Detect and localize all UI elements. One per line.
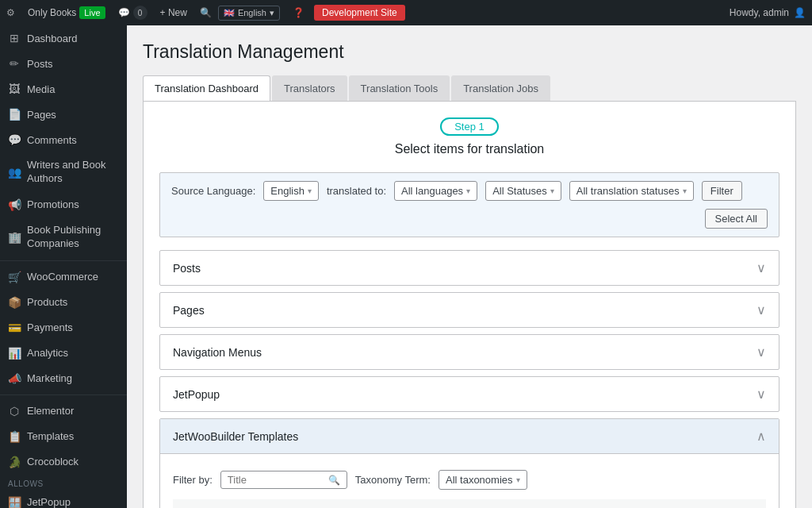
sidebar-item-templates[interactable]: 📋 Templates <box>0 424 127 449</box>
adminbar-help[interactable]: ❓ <box>286 0 311 25</box>
sidebar-item-label: Book Publishing Companies <box>27 224 119 251</box>
accordion-pages-header[interactable]: Pages ∨ <box>160 293 779 327</box>
wp-logo-icon: ⚙ <box>6 7 15 18</box>
sub-filter-bar: Filter by: 🔍 Taxonomy Term: All taxonomi… <box>173 464 766 499</box>
adminbar-devsite-badge: Development Site <box>314 5 405 21</box>
tab-translation-tools[interactable]: Translation Tools <box>349 75 450 101</box>
sidebar-item-writers[interactable]: 👥 Writers and Book Authors <box>0 152 127 192</box>
sidebar-item-promotions[interactable]: 📢 Promotions <box>0 192 127 217</box>
all-taxonomies-value: All taxonomies <box>446 474 513 486</box>
adminbar-new-label: + New <box>160 7 187 18</box>
sidebar-item-label: Elementor <box>27 405 74 417</box>
pages-icon: 📄 <box>8 108 21 121</box>
adminbar-live-badge: Live <box>79 6 105 19</box>
adminbar-comment-count: 0 <box>133 6 147 20</box>
sidebar-item-comments[interactable]: 💬 Comments <box>0 127 127 152</box>
sidebar-item-jetpopup[interactable]: 🪟 JetPopup <box>0 490 127 508</box>
page-title: Translation Management <box>143 41 796 63</box>
sidebar-item-label: Marketing <box>27 372 72 384</box>
sidebar-item-crocoblock[interactable]: 🐊 Crocoblock <box>0 449 127 475</box>
accordion-pages-label: Pages <box>173 304 205 317</box>
translation-statuses-select[interactable]: All translation statuses ▾ <box>569 181 694 201</box>
source-language-label: Source Language: <box>171 185 255 197</box>
col-header-checkbox <box>173 499 199 508</box>
tab-content-area: Step 1 Select items for translation Sour… <box>143 102 796 508</box>
sidebar-item-marketing[interactable]: 📣 Marketing <box>0 366 127 391</box>
translated-to-label: translated to: <box>327 185 386 197</box>
adminbar-comments[interactable]: 💬 0 <box>112 0 154 25</box>
adminbar-language-label: English <box>238 8 266 17</box>
crocoblock-icon: 🐊 <box>8 456 21 468</box>
title-filter-input[interactable] <box>228 474 324 486</box>
accordion-pages: Pages ∨ <box>159 292 779 328</box>
step-badge: Step 1 <box>440 117 499 136</box>
all-languages-value: All languages <box>401 185 463 197</box>
filter-bar: Source Language: English ▾ translated to… <box>159 172 779 237</box>
accordion-jetpopup-header[interactable]: JetPopup ∨ <box>160 377 779 411</box>
title-search-icon: 🔍 <box>328 475 340 486</box>
sidebar-item-analytics[interactable]: 📊 Analytics <box>0 341 127 366</box>
sidebar-item-elementor[interactable]: ⬡ Elementor <box>0 398 127 424</box>
menu-divider-2 <box>0 394 127 395</box>
all-statuses-value: All Statuses <box>492 185 547 197</box>
accordion-nav-menus-header[interactable]: Navigation Menus ∨ <box>160 335 779 369</box>
promotions-icon: 📢 <box>8 198 21 211</box>
adminbar-site-name: Only Books <box>28 7 76 18</box>
filter-by-label: Filter by: <box>173 474 213 486</box>
sidebar-item-payments[interactable]: 💳 Payments <box>0 315 127 341</box>
sidebar: ⊞ Dashboard ✏ Posts 🖼 Media 📄 Pages 💬 Co… <box>0 25 127 508</box>
sidebar-item-label: JetPopup <box>27 496 71 508</box>
tab-translators[interactable]: Translators <box>272 75 347 101</box>
col-header-title[interactable]: Title ⇅ <box>199 499 544 508</box>
step-title: Select items for translation <box>159 142 779 156</box>
accordion-jetwoobuilder-header[interactable]: JetWooBuilder Templates ∧ <box>160 419 779 453</box>
accordion-posts-header[interactable]: Posts ∨ <box>160 251 779 285</box>
all-lang-chevron-icon: ▾ <box>466 187 470 195</box>
sidebar-item-woocommerce[interactable]: 🛒 WooCommerce <box>0 264 127 290</box>
tab-translation-jobs[interactable]: Translation Jobs <box>451 75 550 101</box>
source-language-select[interactable]: English ▾ <box>263 181 319 201</box>
all-statuses-select[interactable]: All Statuses ▾ <box>485 181 561 201</box>
items-table: Title ⇅ 🇫🇷 Date / Status ⇅ <box>173 499 766 508</box>
analytics-icon: 📊 <box>8 347 21 360</box>
sidebar-item-label: Posts <box>27 58 53 70</box>
dashboard-icon: ⊞ <box>8 32 21 44</box>
title-filter-input-wrapper: 🔍 <box>220 471 347 489</box>
select-all-button[interactable]: Select All <box>705 209 768 229</box>
nav-menus-chevron-icon: ∨ <box>756 344 766 360</box>
sidebar-item-products[interactable]: 📦 Products <box>0 290 127 315</box>
accordion-posts-label: Posts <box>173 262 201 275</box>
col-header-words: Word count <box>695 499 766 508</box>
products-icon: 📦 <box>8 296 21 309</box>
accordion-jetwoobuilder-body: Filter by: 🔍 Taxonomy Term: All taxonomi… <box>160 453 779 508</box>
main-content: Translation Management Translation Dashb… <box>127 25 812 508</box>
adminbar-user-info: Howdy, admin 👤 <box>730 7 806 18</box>
adminbar-search[interactable]: 🔍 <box>193 0 218 25</box>
sidebar-item-label: Dashboard <box>27 33 78 44</box>
sidebar-item-dashboard[interactable]: ⊞ Dashboard <box>0 25 127 51</box>
adminbar-site[interactable]: Only Books Live <box>21 0 112 25</box>
statuses-chevron-icon: ▾ <box>550 187 554 195</box>
payments-icon: 💳 <box>8 321 21 334</box>
adminbar-new-button[interactable]: + New <box>154 0 193 25</box>
col-header-date[interactable]: Date / Status ⇅ <box>584 499 695 508</box>
sidebar-item-posts[interactable]: ✏ Posts <box>0 51 127 76</box>
table-header-row: Title ⇅ 🇫🇷 Date / Status ⇅ <box>173 499 766 508</box>
sidebar-item-label: Crocoblock <box>27 456 79 468</box>
all-languages-select[interactable]: All languages ▾ <box>394 181 477 201</box>
accordion-nav-menus-label: Navigation Menus <box>173 346 262 359</box>
taxonomy-term-select[interactable]: All taxonomies ▾ <box>439 470 527 490</box>
filter-button[interactable]: Filter <box>702 181 742 201</box>
sidebar-item-media[interactable]: 🖼 Media <box>0 76 127 102</box>
sidebar-item-pages[interactable]: 📄 Pages <box>0 102 127 127</box>
adminbar-howdy: Howdy, admin <box>730 7 789 18</box>
adminbar-user-avatar[interactable]: 👤 <box>794 7 806 18</box>
elementor-icon: ⬡ <box>8 405 21 418</box>
adminbar-language-switcher[interactable]: 🇬🇧 English ▾ <box>218 6 280 21</box>
tab-translation-dashboard[interactable]: Translation Dashboard <box>143 75 270 101</box>
sidebar-item-book-publishing[interactable]: 🏢 Book Publishing Companies <box>0 217 127 257</box>
taxonomy-chevron-icon: ▾ <box>516 475 520 484</box>
marketing-icon: 📣 <box>8 372 21 385</box>
trans-statuses-chevron-icon: ▾ <box>683 187 687 195</box>
jetpopup-icon: 🪟 <box>8 496 21 508</box>
